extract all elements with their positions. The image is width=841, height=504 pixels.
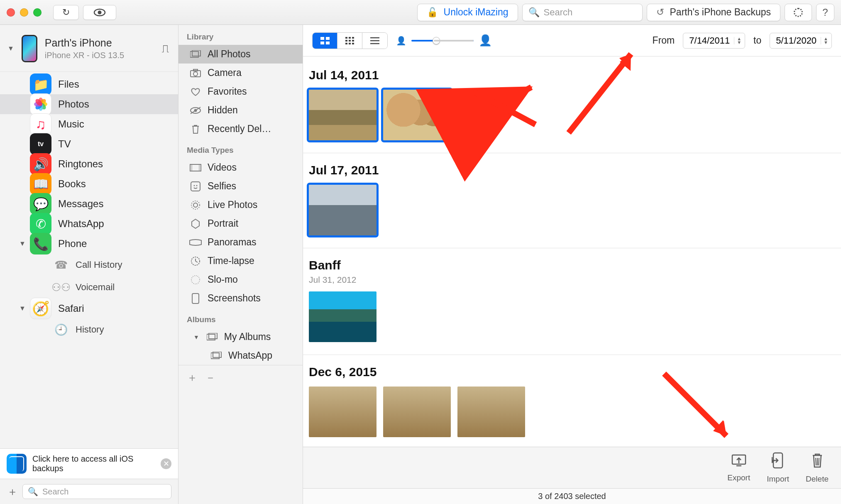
minimize-window-button[interactable] (20, 8, 28, 17)
sidebar-item-messages[interactable]: 💬Messages (0, 194, 178, 214)
photo-thumbnail[interactable] (383, 90, 451, 140)
svg-line-55 (819, 458, 819, 465)
sidebar-item-files[interactable]: 📁Files (0, 74, 178, 94)
sidebar-item-books[interactable]: 📖Books (0, 174, 178, 194)
zoom-track[interactable] (411, 40, 474, 42)
preview-button[interactable] (83, 5, 116, 20)
disclosure-triangle-icon[interactable]: ▼ (7, 45, 14, 52)
delete-button[interactable]: Delete (806, 452, 829, 484)
photo-grid-scroll[interactable]: Jul 14, 2011Jul 17, 2011BanffJul 31, 201… (303, 56, 841, 447)
sidebar-item-phone[interactable]: ▼📞Phone (0, 234, 178, 254)
photo-thumbnail[interactable] (309, 185, 376, 235)
sidebar-item-photos[interactable]: Photos (0, 94, 178, 114)
disclosure-triangle-icon[interactable]: ▼ (19, 305, 26, 312)
svg-rect-43 (352, 40, 354, 42)
toolbar-search-field[interactable]: 🔍 Search (522, 4, 643, 21)
library-item-label: Screenshots (208, 293, 261, 304)
sidebar-item-ringtones[interactable]: 🔊Ringtones (0, 154, 178, 174)
unlock-label: Unlock iMazing (444, 7, 509, 18)
date-group-header: Jul 17, 2011 (309, 163, 831, 177)
photo-thumbnail[interactable] (309, 90, 376, 140)
library-item-favorites[interactable]: Favorites (178, 82, 303, 101)
disclosure-triangle-icon[interactable]: ▼ (193, 334, 199, 340)
library-item-videos[interactable]: Videos (178, 158, 303, 177)
sidebar-item-whatsapp[interactable]: ✆WhatsApp (0, 214, 178, 234)
library-item-screenshots[interactable]: Screenshots (178, 289, 303, 308)
date-from-field[interactable]: 7/14/2011 ▲▼ (683, 33, 745, 49)
svg-rect-39 (349, 37, 351, 39)
help-button[interactable]: ? (816, 4, 834, 21)
library-item-slomo[interactable]: Slo-mo (178, 270, 303, 289)
view-grid-large-button[interactable] (313, 33, 337, 49)
date-to-field[interactable]: 5/11/2020 ▲▼ (770, 33, 832, 49)
activity-button[interactable] (785, 4, 812, 21)
live-icon (189, 200, 202, 210)
export-button[interactable]: Export (727, 453, 750, 482)
library-item-label: Portrait (208, 218, 238, 229)
status-bar: 3 of 2403 selected (303, 488, 841, 504)
add-device-button[interactable]: ＋ (7, 484, 18, 499)
app-label: Voicemail (76, 282, 115, 293)
thumbnail-zoom-slider[interactable]: 👤 👤 (396, 34, 492, 47)
selfie-icon (189, 181, 202, 191)
library-item-label: Time-lapse (208, 255, 254, 267)
library-item-label: Videos (208, 162, 237, 173)
date-to-label: to (753, 35, 761, 46)
svg-rect-42 (349, 40, 351, 42)
app-label: Call History (76, 259, 122, 270)
import-button[interactable]: Import (767, 452, 789, 484)
library-item-live_photos[interactable]: Live Photos (178, 196, 303, 214)
sidebar-item-tv[interactable]: tvTV (0, 134, 178, 154)
svg-rect-45 (349, 43, 351, 44)
library-item-hidden[interactable]: Hidden (178, 101, 303, 120)
sidebar-item-voicemail[interactable]: ⚇⚇Voicemail (0, 276, 178, 298)
library-item-all_photos[interactable]: All Photos (178, 45, 303, 64)
library-item-recently_deleted[interactable]: Recently Del… (178, 120, 303, 138)
view-list-button[interactable] (362, 33, 387, 49)
thumb-row (309, 291, 831, 342)
photo-thumbnail[interactable] (309, 291, 376, 342)
photo-thumbnail[interactable] (383, 387, 451, 437)
remove-album-button[interactable]: － (205, 370, 216, 385)
sidebar-item-music[interactable]: ♫Music (0, 114, 178, 134)
backup-access-banner[interactable]: Click here to access all iOS backups ✕ (0, 448, 178, 479)
disclosure-triangle-icon[interactable]: ▼ (19, 240, 26, 247)
backups-button[interactable]: ↺ Parth's iPhone Backups (647, 4, 780, 21)
device-header[interactable]: ▼ Parth's iPhone iPhone XR - iOS 13.5 ⎍ (0, 25, 178, 72)
whatsapp-icon: ✆ (30, 213, 51, 235)
date-from-stepper[interactable]: ▲▼ (734, 37, 741, 44)
safari-icon: 🧭 (30, 298, 51, 319)
sidebar-search-field[interactable]: 🔍 Search (22, 484, 171, 499)
library-item-my_albums[interactable]: ▼My Albums (178, 328, 303, 346)
photo-thumbnail[interactable] (457, 387, 525, 437)
pano-icon (189, 237, 202, 247)
sidebar-item-history[interactable]: 🕘History (0, 318, 178, 341)
banner-text: Click here to access all iOS backups (32, 454, 140, 473)
library-item-camera[interactable]: Camera (178, 64, 303, 82)
zoom-knob[interactable] (433, 37, 440, 44)
portrait-icon (189, 219, 202, 229)
sidebar-item-safari[interactable]: ▼🧭Safari (0, 298, 178, 318)
svg-point-1 (98, 10, 102, 14)
unlock-imazing-button[interactable]: 🔓 Unlock iMazing (417, 4, 518, 21)
library-item-panoramas[interactable]: Panoramas (178, 233, 303, 252)
date-to-stepper[interactable]: ▲▼ (821, 37, 828, 44)
svg-point-28 (191, 276, 200, 284)
library-item-selfies[interactable]: Selfies (178, 177, 303, 196)
thumb-row (309, 90, 831, 140)
banner-close-button[interactable]: ✕ (161, 458, 171, 469)
reload-button[interactable]: ↻ (53, 5, 79, 20)
device-name: Parth's iPhone (45, 37, 124, 49)
close-window-button[interactable] (7, 8, 15, 17)
view-grid-small-button[interactable] (337, 33, 362, 49)
svg-point-25 (193, 203, 198, 207)
library-item-portrait[interactable]: Portrait (178, 214, 303, 233)
zoom-window-button[interactable] (33, 8, 42, 17)
library-item-whatsapp_album[interactable]: WhatsApp (178, 346, 303, 365)
sidebar-item-call_history[interactable]: ☎Call History (0, 254, 178, 276)
svg-rect-41 (345, 40, 347, 42)
photo-thumbnail[interactable] (309, 387, 376, 437)
library-item-timelapse[interactable]: Time-lapse (178, 252, 303, 270)
ringtones-icon: 🔊 (30, 153, 51, 175)
add-album-button[interactable]: ＋ (187, 370, 198, 385)
